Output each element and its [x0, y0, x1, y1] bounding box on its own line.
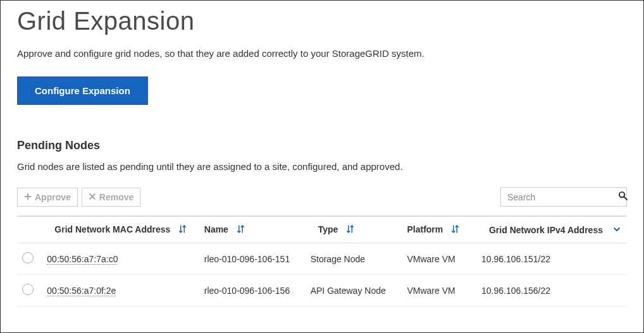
cell-type: API Gateway Node — [306, 275, 402, 306]
page-title: Grid Expansion — [17, 7, 627, 35]
cell-name: rleo-010-096-106-156 — [199, 275, 306, 306]
pending-toolbar: Approve Remove — [17, 187, 627, 207]
cell-name: rleo-010-096-106-151 — [199, 243, 306, 275]
approve-label: Approve — [35, 192, 71, 202]
col-mac-label: Grid Network MAC Address — [54, 224, 170, 234]
sort-icon — [347, 225, 354, 235]
chevron-down-icon — [613, 225, 621, 235]
search-box[interactable] — [500, 187, 627, 207]
configure-expansion-button[interactable]: Configure Expansion — [17, 76, 148, 105]
col-mac[interactable]: Grid Network MAC Address — [42, 216, 199, 243]
col-expand[interactable] — [608, 216, 627, 243]
page-description: Approve and configure grid nodes, so tha… — [17, 48, 627, 59]
col-select — [17, 216, 42, 243]
cell-type: Storage Node — [306, 243, 402, 275]
pending-nodes-heading: Pending Nodes — [17, 139, 627, 152]
action-button-group: Approve Remove — [17, 188, 140, 207]
remove-label: Remove — [99, 192, 133, 202]
table-row: 00:50:56:a7:7a:c0 rleo-010-096-106-151 S… — [17, 243, 627, 275]
row-radio[interactable] — [22, 284, 34, 295]
search-icon — [618, 191, 628, 203]
table-header-row: Grid Network MAC Address Name Type Platf… — [17, 216, 627, 243]
svg-point-0 — [619, 192, 624, 197]
col-ip-label: Grid Network IPv4 Address — [489, 225, 603, 235]
sort-icon — [452, 225, 459, 235]
pending-nodes-description: Grid nodes are listed as pending until t… — [17, 161, 627, 172]
col-platform-label: Platform — [407, 224, 443, 234]
sort-icon — [237, 225, 244, 235]
col-name-label: Name — [204, 224, 228, 234]
col-name[interactable]: Name — [199, 216, 306, 243]
col-platform[interactable]: Platform — [402, 216, 476, 243]
cell-ip: 10.96.106.151/22 — [476, 243, 627, 275]
close-icon — [89, 192, 96, 202]
col-type-label: Type — [318, 224, 338, 234]
cell-ip: 10.96.106.156/22 — [476, 275, 627, 306]
cell-platform: VMware VM — [402, 243, 476, 275]
approve-button[interactable]: Approve — [17, 188, 78, 207]
row-radio[interactable] — [22, 252, 34, 263]
table-row: 00:50:56:a7:0f:2e rleo-010-096-106-156 A… — [17, 275, 627, 306]
col-type[interactable]: Type — [306, 216, 402, 243]
remove-button[interactable]: Remove — [82, 188, 140, 207]
search-input[interactable] — [507, 192, 618, 202]
col-ip[interactable]: Grid Network IPv4 Address — [476, 216, 608, 243]
cell-mac: 00:50:56:a7:7a:c0 — [47, 254, 118, 265]
cell-platform: VMware VM — [402, 275, 476, 306]
sort-icon — [179, 225, 186, 235]
cell-mac: 00:50:56:a7:0f:2e — [47, 286, 116, 296]
plus-icon — [24, 192, 32, 202]
pending-nodes-table: Grid Network MAC Address Name Type Platf… — [17, 215, 627, 306]
